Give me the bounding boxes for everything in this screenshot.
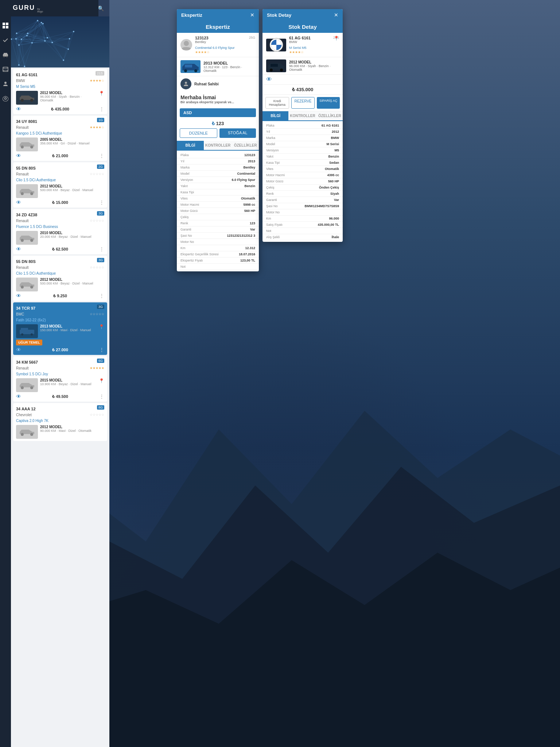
- stock-price: ₺ 21.000: [52, 154, 68, 158]
- stock-model-link[interactable]: Clio 1.5 DCi Authentique: [16, 178, 56, 182]
- stock-badge: 8G: [97, 405, 104, 410]
- sidebar-icon-check[interactable]: [2, 36, 9, 44]
- ekspertiz-modal-header: Ekspertiz ✕: [177, 9, 259, 21]
- menu-dots[interactable]: ⋮: [99, 394, 104, 399]
- stock-card[interactable]: 34 UY 8081 1G Renault ★★★★☆ Kangoo 1.5 D…: [13, 116, 107, 161]
- svg-rect-5: [3, 26, 5, 28]
- svg-point-22: [21, 146, 24, 148]
- stock-hero: [11, 16, 109, 67]
- user-model-link[interactable]: Continental 6.0 Flying Spur: [195, 46, 235, 50]
- stock-model-link[interactable]: Kangoo 1.5 DCi Authentique: [16, 131, 62, 135]
- menu-dots[interactable]: ⋮: [99, 347, 104, 353]
- stock-model-link[interactable]: Fatih 162-22 (6x2): [16, 318, 46, 322]
- stock-thumb: [16, 278, 38, 291]
- detail-row: Çekiş: [177, 214, 259, 220]
- stock-search-button[interactable]: 🔍: [98, 5, 104, 11]
- detay-model-link[interactable]: M Serisi M5: [289, 46, 307, 50]
- stoga-button[interactable]: STOĞA AL: [219, 128, 256, 138]
- stock-card[interactable]: 55 DN 80S 2G Renault ☆☆☆☆☆ Clio 1.5 DCi …: [13, 162, 107, 208]
- detay-brand: BMW: [289, 40, 339, 44]
- svg-rect-12: [3, 68, 8, 69]
- stock-plate: 34 KM 5667: [16, 360, 38, 364]
- stock-badge: 3G: [97, 211, 104, 216]
- view-icon[interactable]: 👁: [16, 293, 21, 299]
- kredi-button[interactable]: Kredi Hesaplama: [265, 97, 289, 109]
- stock-model-link[interactable]: M Serisi M5: [16, 85, 35, 89]
- svg-point-27: [30, 239, 33, 242]
- menu-dots[interactable]: ⋮: [99, 106, 104, 112]
- tab-ozellikler[interactable]: ÖZELLİKLER: [232, 141, 259, 150]
- tab-kontroller[interactable]: KONTROLLER: [204, 141, 232, 150]
- tab-bilgi[interactable]: BİLGİ: [177, 141, 204, 150]
- stock-stars: ☆☆☆☆☆: [90, 312, 104, 316]
- detail-row: YakıtBenzin: [262, 154, 343, 160]
- stock-model-link[interactable]: Captiva 2.0 High 7K: [16, 419, 48, 423]
- ekspertiz-ruhsat-row: Ruhsat Sahibi: [177, 76, 259, 92]
- stock-price: ₺ 62.500: [52, 247, 68, 252]
- detay-tab-ozellikler[interactable]: ÖZELLİKLER: [317, 111, 343, 120]
- menu-dots[interactable]: ⋮: [99, 153, 104, 159]
- siparis-button[interactable]: SİPARİŞ AÇ: [317, 97, 340, 109]
- rezerve-button[interactable]: REZERVE: [291, 97, 315, 109]
- detail-row: Kasa TipiSedan: [262, 160, 343, 166]
- sidebar-icon-user[interactable]: [2, 80, 9, 88]
- location-pin-icon: 📍: [99, 324, 104, 329]
- view-icon[interactable]: 👁: [16, 347, 21, 353]
- ekspertiz-buttons: DÜZENLE STOĞA AL: [177, 128, 259, 141]
- sidebar-icon-film[interactable]: [2, 66, 9, 73]
- detay-tab-bilgi[interactable]: BİLGİ: [262, 111, 288, 120]
- svg-point-42: [185, 82, 187, 84]
- detay-view-icon[interactable]: 👁: [266, 76, 272, 83]
- stock-card[interactable]: 34 KM 5667 6G Renault ★★★★★ Symbol 1.5 D…: [13, 356, 107, 402]
- menu-dots[interactable]: ⋮: [99, 200, 104, 205]
- svg-point-25: [30, 192, 33, 195]
- detay-tab-kontroller[interactable]: KONTROLLER: [288, 111, 316, 120]
- sidebar-icon-car[interactable]: [2, 51, 9, 58]
- view-icon[interactable]: 👁: [16, 106, 21, 112]
- stock-details: 10.900 KM · Beyaz · Dizel · Manuel: [40, 382, 97, 386]
- stock-model-link[interactable]: Clio 1.5 DCi Authentique: [16, 271, 56, 275]
- detail-row: Alış Şekliİhale: [262, 234, 343, 240]
- detail-row: Yıl2013: [177, 158, 259, 165]
- stock-badge: 3G: [97, 305, 104, 309]
- view-icon[interactable]: 👁: [16, 153, 21, 159]
- stock-card[interactable]: 55 DN 80S 3G Renault ☆☆☆☆☆ Clio 1.5 DCi …: [13, 256, 107, 301]
- ekspertiz-user-row: 123123 25G Bentley Continental 6.0 Flyin…: [177, 33, 259, 57]
- svg-rect-45: [271, 64, 278, 67]
- sidebar-icon-grid[interactable]: [2, 22, 9, 29]
- duzenle-button[interactable]: DÜZENLE: [180, 128, 217, 138]
- stock-thumb: [16, 324, 38, 338]
- svg-point-21: [30, 99, 33, 102]
- modal-car-details: 12.312 KM · 123 · Benzin · Otomatik: [203, 65, 255, 73]
- stock-price: ₺ 9.250: [53, 294, 67, 298]
- stock-list[interactable]: 61 AG 6161 21S BMW ★★★★☆ M Serisi M5 201…: [11, 67, 109, 747]
- svg-point-37: [30, 433, 33, 436]
- stock-model-link[interactable]: Symbol 1.5 DCi Joy: [16, 372, 48, 376]
- price-symbol: ₺: [212, 121, 215, 126]
- view-icon[interactable]: 👁: [16, 394, 21, 399]
- ekspertiz-close-button[interactable]: ✕: [250, 12, 254, 18]
- stok-detay-header-row: 61 AG 6161 21S BMW M Serisi M5 ★★★★☆ 📍: [262, 33, 343, 57]
- view-icon[interactable]: 👁: [16, 200, 21, 205]
- stock-plate: 34 AAA 12: [16, 407, 36, 411]
- detail-row: Ekspertiz Geçerlilik Süresi18.07.2016: [177, 251, 259, 258]
- menu-dots[interactable]: ⋮: [99, 246, 104, 252]
- detail-row: MarkaBMW: [262, 135, 343, 141]
- stock-card-highlighted[interactable]: 34 TCR 97 3G BMC ☆☆☆☆☆ Fatih 162-22 (6x2…: [13, 302, 107, 355]
- location-pin-icon: 📍: [99, 91, 104, 96]
- stock-plate: 61 AG 6161: [16, 73, 38, 77]
- stock-model-link[interactable]: Fluence 1.5 DCi Business: [16, 225, 58, 229]
- sidebar-icon-settings[interactable]: [2, 95, 9, 102]
- stock-details: 500.000 KM · Beyaz · Dizel · Manuel: [40, 282, 104, 285]
- stok-detay-close-button[interactable]: ✕: [334, 12, 338, 18]
- stock-plate: 34 ZD 4Z38: [16, 213, 37, 217]
- ekspertiz-main-title: Ekspertiz: [206, 24, 230, 30]
- stock-card[interactable]: 34 AAA 12 8G Chevrolet ☆☆☆☆☆ Captiva 2.0…: [13, 403, 107, 441]
- detail-row: ÇekişÖnden Çekiş: [262, 185, 343, 191]
- menu-dots[interactable]: ⋮: [99, 293, 104, 299]
- stock-card[interactable]: 34 ZD 4Z38 3G Renault ☆☆☆☆☆ Fluence 1.5 …: [13, 209, 107, 254]
- ekspertiz-header-title: Ekspertiz: [181, 12, 202, 18]
- stock-card[interactable]: 61 AG 6161 21S BMW ★★★★☆ M Serisi M5 201…: [13, 69, 107, 114]
- stock-year-model: 2010 MODEL: [40, 231, 104, 235]
- view-icon[interactable]: 👁: [16, 246, 21, 252]
